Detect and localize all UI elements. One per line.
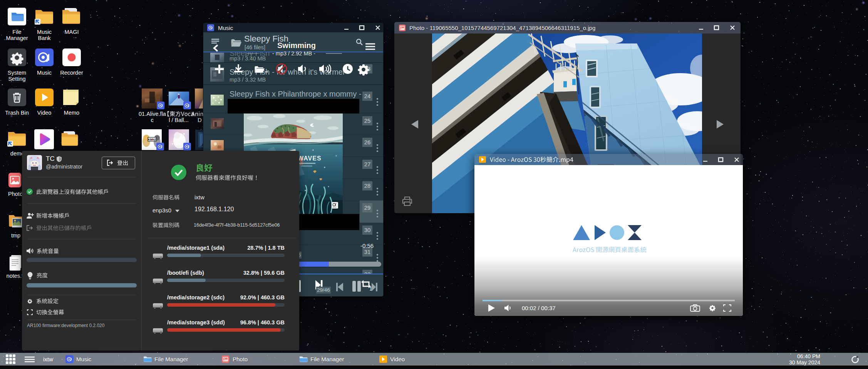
svg-text:WAVES: WAVES (298, 155, 322, 162)
svg-text:MUSIC: MUSIC (333, 207, 337, 208)
svg-text:KMNZ: KMNZ (148, 138, 156, 141)
